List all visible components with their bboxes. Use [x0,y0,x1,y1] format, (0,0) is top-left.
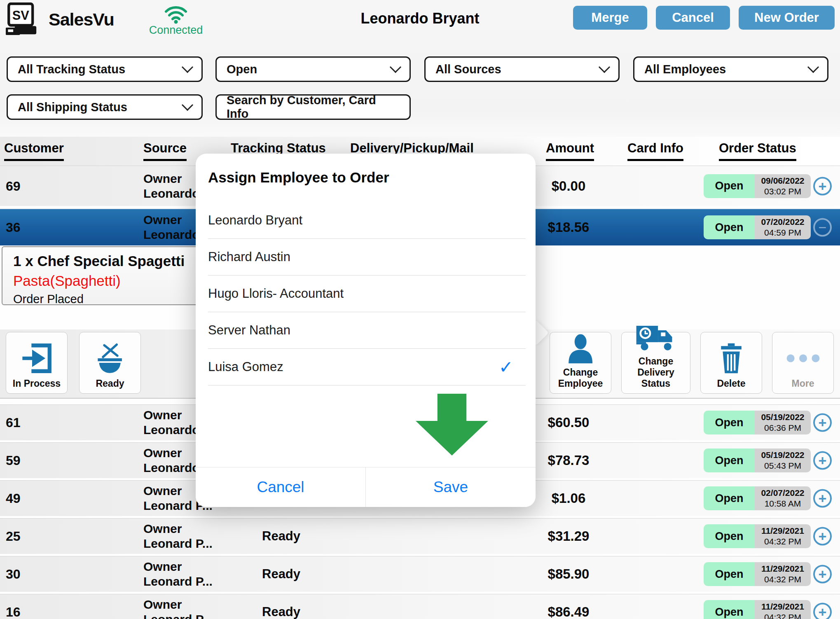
order-source-line1: Owner [143,408,200,423]
order-date: 02/07/2022 [761,488,804,498]
enter-arrow-icon [21,341,52,376]
order-date-badge: 05/19/202206:36 PM [755,411,811,434]
order-amount: $1.06 [523,491,614,506]
expand-order-icon[interactable]: + [813,603,832,619]
order-date: 07/20/2022 [761,217,804,227]
order-amount: $0.00 [523,178,614,194]
order-date-badge: 05/19/202205:43 PM [755,448,811,472]
table-row[interactable]: 16OwnerLeonard P...Ready$86.49Open11/29/… [0,594,840,619]
modal-footer: Cancel Save [196,467,536,507]
new-order-button[interactable]: New Order [739,6,835,30]
order-source-line2: Leonard P... [143,536,213,551]
order-source-line1: Owner [143,559,213,574]
order-amount: $78.73 [523,453,614,468]
filter-all-shipping-status-dropdown[interactable]: All Shipping Status [7,94,203,120]
column-header-label: Amount [546,141,594,161]
filter-all-tracking-status-dropdown[interactable]: All Tracking Status [7,56,203,82]
employee-option-leonardo-bryant[interactable]: Leonardo Bryant [208,202,526,239]
change-employee-button[interactable]: Change Employee [550,332,611,394]
order-source: OwnerLeonard P... [143,597,213,619]
ready-button[interactable]: Ready [79,332,141,394]
table-row[interactable]: 30OwnerLeonard P...Ready$85.90Open11/29/… [0,556,840,592]
employee-name: Richard Austin [208,250,290,264]
filter-all-sources-dropdown-label: All Sources [435,63,501,76]
table-row[interactable]: 25OwnerLeonard P...Ready$31.29Open11/29/… [0,518,840,554]
expand-order-icon[interactable]: + [813,413,832,432]
order-customer: 69 [6,178,21,194]
filter-all-shipping-status-dropdown-label: All Shipping Status [18,100,127,114]
order-status-badge: Open02/07/202210:58 AM [704,486,811,510]
order-time: 04:59 PM [764,227,801,238]
chevron-down-icon [599,61,610,73]
column-header-label: Order Status [719,141,796,161]
order-source-line1: Owner [143,446,200,460]
order-source-line2: Leonardo [143,227,200,242]
order-source-line1: Owner [143,213,200,227]
status-open-badge: Open [704,174,755,198]
order-source: OwnerLeonard P... [143,559,213,589]
filter-all-sources-dropdown[interactable]: All Sources [424,56,620,82]
in-process-button[interactable]: In Process [6,332,68,394]
status-open-badge: Open [704,215,755,239]
expand-order-icon[interactable]: + [813,177,832,195]
ready-label: Ready [96,378,124,389]
column-header-label: Customer [4,141,64,161]
employee-option-luisa-gomez[interactable]: Luisa Gomez✓ [208,349,526,385]
employee-name: Hugo Lloris- Accountant [208,286,344,301]
order-amount: $60.50 [523,415,614,430]
status-open-badge: Open [704,600,755,619]
expand-order-icon[interactable]: + [813,489,832,508]
status-open-badge: Open [704,486,755,510]
order-source-line2: Leonardo [143,460,200,475]
green-down-arrow-icon [416,394,488,455]
order-date: 11/29/2021 [761,601,804,612]
person-icon [566,332,595,364]
expand-order-icon[interactable]: + [813,527,832,546]
order-date-badge: 11/29/202104:32 PM [755,600,811,619]
modal-cancel-button[interactable]: Cancel [196,467,366,507]
order-source-line1: Owner [143,171,200,186]
order-customer: 30 [6,567,21,582]
search-by-customer-button[interactable]: Search by Customer, Card Info [215,94,411,120]
column-header-order-status[interactable]: Order Status [719,141,796,161]
filter-open-dropdown[interactable]: Open [215,56,411,82]
employee-option-richard-austin[interactable]: Richard Austin [208,239,526,276]
ellipsis-icon [784,341,823,376]
modal-save-button[interactable]: Save [366,467,536,507]
column-header-customer[interactable]: Customer [4,141,64,161]
order-status-badge: Open05/19/202205:43 PM [704,448,811,472]
order-status-badge: Open07/20/202204:59 PM [704,215,811,239]
employee-option-server-nathan[interactable]: Server Nathan [208,312,526,349]
order-source: OwnerLeonardo [143,446,200,475]
column-header-amount[interactable]: Amount [546,141,594,161]
cancel-button[interactable]: Cancel [656,6,730,30]
column-header-card-info[interactable]: Card Info [627,141,683,161]
expand-order-icon[interactable]: + [813,451,832,470]
status-open-badge: Open [704,524,755,548]
tracking-actions: In ProcessReady [6,332,141,394]
order-source-line2: Leonard P... [143,574,213,589]
order-amount: $31.29 [523,528,614,544]
column-header-source[interactable]: Source [143,141,187,161]
employee-option-hugo-lloris-accountant[interactable]: Hugo Lloris- Accountant [208,276,526,312]
order-time: 05:43 PM [764,460,801,471]
order-status-badge: Open05/19/202206:36 PM [704,411,811,434]
order-customer: 61 [6,415,21,430]
column-header-label: Source [143,141,187,161]
order-source-line1: Owner [143,521,213,536]
collapse-order-icon[interactable]: − [813,218,832,237]
change-delivery-status-label: Change Delivery Status [622,356,690,389]
chevron-down-icon [807,61,819,73]
order-time: 04:32 PM [764,612,801,619]
delete-label: Delete [717,378,745,389]
more-button[interactable]: More [772,332,834,394]
merge-button[interactable]: Merge [573,6,647,30]
delete-button[interactable]: Delete [700,332,762,394]
change-delivery-status-button[interactable]: Change Delivery Status [621,332,690,394]
trash-icon [718,341,745,376]
expand-order-icon[interactable]: + [813,565,832,584]
order-tracking-status: Ready [262,529,300,544]
filter-all-employees-dropdown[interactable]: All Employees [633,56,828,82]
order-status-badge: Open11/29/202104:32 PM [704,600,811,619]
order-date-badge: 11/29/202104:32 PM [755,562,811,586]
